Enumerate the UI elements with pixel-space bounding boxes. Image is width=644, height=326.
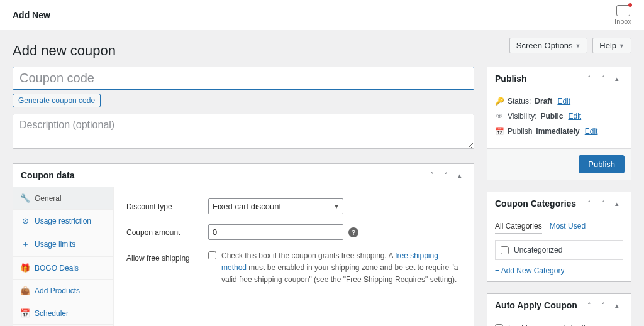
toggle-icon[interactable]: ▴: [453, 169, 466, 182]
bag-icon: 👜: [21, 286, 30, 295]
inbox-icon: [616, 5, 630, 16]
tab-bogo-deals[interactable]: 🎁 BOGO Deals: [13, 257, 113, 280]
ban-icon: ⊘: [21, 216, 30, 225]
category-uncategorized-label: Uncategorized: [514, 246, 562, 254]
tab-add-products[interactable]: 👜 Add Products: [13, 280, 113, 302]
add-category-link[interactable]: + Add New Category: [495, 266, 564, 275]
free-shipping-checkbox[interactable]: [208, 251, 216, 259]
move-down-icon[interactable]: ˅: [440, 169, 452, 182]
toggle-icon[interactable]: ▴: [611, 299, 623, 312]
free-shipping-text: Check this box if the coupon grants free…: [221, 250, 461, 286]
discount-type-label: Discount type: [126, 198, 208, 211]
edit-status-link[interactable]: Edit: [557, 97, 570, 106]
eye-icon: 👁: [495, 112, 504, 121]
gift-icon: 🎁: [21, 263, 30, 273]
edit-schedule-link[interactable]: Edit: [585, 127, 598, 136]
page-title: Add new coupon: [13, 36, 116, 59]
move-up-icon[interactable]: ˄: [426, 169, 438, 182]
visibility-value: Public: [540, 112, 563, 121]
categories-box: Coupon Categories ˄ ˅ ▴ All Categories M…: [487, 192, 631, 282]
move-up-icon[interactable]: ˄: [583, 197, 596, 210]
publish-button[interactable]: Publish: [579, 155, 625, 173]
plus-icon: ＋: [21, 239, 30, 250]
inbox-label: Inbox: [614, 18, 631, 25]
top-bar: Add New Inbox: [0, 0, 644, 30]
publish-box: Publish ˄ ˅ ▴ 🔑 Status: Draft Edit: [487, 67, 631, 180]
status-value: Draft: [535, 97, 552, 106]
move-down-icon[interactable]: ˅: [597, 72, 609, 85]
coupon-data-title: Coupon data: [21, 170, 75, 180]
category-uncategorized-checkbox[interactable]: [501, 246, 509, 254]
move-down-icon[interactable]: ˅: [597, 299, 609, 312]
calendar-icon: 📅: [21, 308, 30, 318]
discount-type-select[interactable]: Fixed cart discount: [208, 198, 343, 214]
move-up-icon[interactable]: ˄: [583, 299, 596, 312]
description-textarea[interactable]: [13, 114, 474, 149]
tab-most-used[interactable]: Most Used: [550, 222, 586, 234]
coupon-amount-input[interactable]: [208, 224, 343, 240]
auto-apply-box: Auto Apply Coupon ˄ ˅ ▴ Enable auto appl…: [487, 293, 631, 326]
tab-general[interactable]: 🔧 General: [13, 187, 113, 210]
coupon-tabs: 🔧 General ⊘ Usage restriction ＋ Usage li…: [13, 187, 114, 326]
wrench-icon: 🔧: [21, 193, 30, 203]
key-icon: 🔑: [495, 97, 504, 106]
toggle-icon[interactable]: ▴: [611, 72, 623, 85]
toggle-icon[interactable]: ▴: [611, 197, 623, 210]
help-icon[interactable]: ?: [348, 227, 358, 237]
schedule-value: immediately: [536, 127, 579, 136]
free-shipping-label: Allow free shipping: [126, 250, 208, 263]
chevron-down-icon: ▼: [619, 43, 625, 49]
coupon-data-box: Coupon data ˄ ˅ ▴ 🔧 General ⊘: [13, 163, 474, 326]
categories-title: Coupon Categories: [495, 198, 576, 209]
tab-usage-restriction[interactable]: ⊘ Usage restriction: [13, 210, 113, 232]
coupon-code-input[interactable]: [13, 67, 474, 90]
publish-title: Publish: [495, 73, 527, 84]
auto-apply-title: Auto Apply Coupon: [495, 300, 577, 310]
move-down-icon[interactable]: ˅: [597, 197, 609, 210]
edit-visibility-link[interactable]: Edit: [568, 112, 581, 121]
chevron-down-icon: ▼: [575, 43, 580, 49]
generate-code-button[interactable]: Generate coupon code: [13, 94, 101, 107]
inbox-button[interactable]: Inbox: [614, 5, 631, 25]
help-button[interactable]: Help▼: [592, 38, 631, 53]
auto-apply-label: Enable auto apply for this coupon.: [508, 323, 622, 326]
screen-options-button[interactable]: Screen Options▼: [509, 38, 588, 53]
tab-scheduler[interactable]: 📅 Scheduler: [13, 302, 113, 325]
tab-all-categories[interactable]: All Categories: [495, 222, 542, 234]
auto-apply-checkbox[interactable]: [495, 324, 503, 327]
breadcrumb: Add New: [13, 10, 50, 20]
move-up-icon[interactable]: ˄: [583, 72, 596, 85]
calendar-icon: 📅: [495, 127, 504, 136]
tab-usage-limits[interactable]: ＋ Usage limits: [13, 232, 113, 257]
coupon-amount-label: Coupon amount: [126, 224, 208, 237]
